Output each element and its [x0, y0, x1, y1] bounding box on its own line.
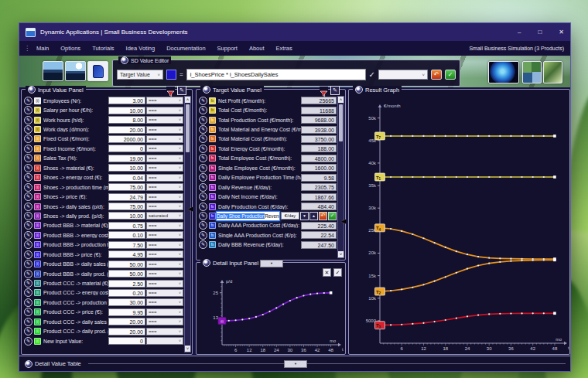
input-value-field[interactable]: 10.00: [108, 212, 145, 220]
row-edit-icon[interactable]: ✎: [24, 183, 32, 192]
input-value-field[interactable]: 75.00: [108, 183, 145, 191]
garden-thumbnail[interactable]: [543, 61, 562, 83]
input-value-field[interactable]: 0.20: [108, 289, 145, 297]
row-edit-icon[interactable]: ✎: [199, 231, 207, 240]
menu-item[interactable]: Options: [60, 45, 80, 52]
open-door-thumbnail[interactable]: [87, 61, 108, 81]
row-edit-icon[interactable]: ✎: [24, 270, 32, 278]
row-edit-icon[interactable]: ✎: [24, 203, 32, 211]
row-edit-icon[interactable]: ✎: [24, 298, 32, 307]
input-value-field[interactable]: 30.00: [108, 298, 145, 306]
input-mode-select[interactable]: ===˅: [146, 250, 183, 258]
minimize-button[interactable]: –: [518, 29, 521, 36]
row-edit-icon[interactable]: ✎: [24, 97, 32, 105]
row-edit-icon[interactable]: ✎: [24, 106, 32, 114]
input-mode-select[interactable]: ˅: [146, 337, 183, 345]
row-edit-icon[interactable]: ✎: [199, 125, 207, 134]
input-mode-select[interactable]: ===˅: [146, 164, 183, 172]
input-mode-select[interactable]: ===˅: [146, 193, 183, 201]
menu-item[interactable]: Extras: [276, 45, 292, 52]
edit-panel-icon[interactable]: ✎: [330, 86, 340, 95]
undo-button[interactable]: ↶: [319, 212, 327, 220]
row-edit-icon[interactable]: ✎: [199, 106, 207, 114]
row-edit-icon[interactable]: ✎: [24, 154, 32, 162]
input-value-field[interactable]: 20.00: [108, 318, 145, 325]
input-value-field[interactable]: 8.00: [108, 116, 145, 124]
input-mode-select[interactable]: ===˅: [146, 107, 183, 114]
scenario-thumbnail-2[interactable]: [65, 61, 86, 81]
input-value-field[interactable]: 3.00: [108, 97, 145, 104]
input-mode-select[interactable]: ===˅: [146, 280, 183, 288]
input-value-field[interactable]: 2000.00: [108, 135, 145, 143]
input-value-field[interactable]: 50.00: [108, 261, 145, 268]
row-edit-icon[interactable]: ✎: [24, 212, 32, 220]
input-mode-select[interactable]: ===˅: [146, 270, 183, 278]
move-down-button[interactable]: ▼: [300, 212, 309, 220]
undo-button[interactable]: ↶: [431, 70, 442, 80]
target-scrollbar[interactable]: ˄ ˅: [337, 96, 344, 258]
filter-icon[interactable]: [166, 87, 175, 94]
scroll-up-icon[interactable]: ˄: [185, 97, 190, 103]
row-edit-icon[interactable]: ✎: [199, 145, 207, 153]
detail-input-chart[interactable]: 1325612182430364248p/dmot(i): [197, 275, 345, 354]
input-value-field[interactable]: 7.50: [108, 241, 145, 249]
input-value-field[interactable]: 10.00: [108, 107, 145, 114]
input-mode-select[interactable]: ===˅: [146, 308, 183, 316]
input-value-field[interactable]: 10.00: [108, 164, 145, 172]
confirm-button[interactable]: ✓: [328, 212, 337, 220]
row-edit-icon[interactable]: ✎: [199, 97, 207, 105]
scroll-up-icon[interactable]: ˄: [338, 97, 344, 103]
input-mode-select[interactable]: ===˅: [146, 126, 183, 134]
row-edit-icon[interactable]: ✎: [199, 116, 207, 124]
row-edit-icon[interactable]: ✎: [24, 240, 32, 249]
scroll-down-icon[interactable]: ˅: [185, 346, 190, 352]
input-value-field[interactable]: 50.00: [108, 270, 145, 278]
input-value-field[interactable]: 9.95: [108, 308, 145, 316]
row-edit-icon[interactable]: ✎: [24, 116, 32, 124]
row-edit-icon[interactable]: ✎: [199, 173, 207, 182]
nature-collage-thumbnail[interactable]: [522, 61, 542, 83]
unit-select[interactable]: ˅: [378, 70, 428, 80]
row-edit-icon[interactable]: ✎: [199, 212, 207, 220]
menu-item[interactable]: Idea Voting: [126, 45, 156, 52]
input-mode-select[interactable]: ===˅: [146, 183, 183, 191]
row-edit-icon[interactable]: ✎: [24, 250, 32, 259]
menu-item[interactable]: Main: [36, 45, 49, 52]
menu-item[interactable]: Support: [217, 45, 238, 52]
row-edit-icon[interactable]: ✎: [199, 221, 207, 230]
row-edit-icon[interactable]: ✎: [24, 164, 32, 172]
row-edit-icon[interactable]: ✎: [24, 260, 32, 268]
row-edit-icon[interactable]: ✎: [24, 279, 32, 288]
row-edit-icon[interactable]: ✎: [24, 231, 32, 240]
filter-icon[interactable]: [320, 87, 328, 94]
input-mode-select[interactable]: ===˅: [146, 135, 183, 143]
input-mode-select[interactable]: ===˅: [146, 328, 183, 335]
value-type-select[interactable]: Target Value˅: [117, 70, 163, 80]
unit-select[interactable]: €/day: [281, 212, 299, 220]
maximize-button[interactable]: □: [538, 29, 542, 36]
apply-button[interactable]: ✓: [445, 70, 456, 80]
move-up-button[interactable]: ▲: [309, 212, 318, 220]
input-value-field[interactable]: 4.95: [108, 250, 145, 258]
title-bar[interactable]: Dynamic Applications | Small Business De…: [19, 23, 570, 41]
row-edit-icon[interactable]: ✎: [24, 308, 32, 316]
input-value-field[interactable]: 0.75: [108, 222, 145, 230]
input-value-field[interactable]: 0.10: [108, 231, 145, 239]
row-edit-icon[interactable]: ✎: [24, 288, 32, 297]
input-value-field[interactable]: 20.00: [108, 126, 145, 134]
menu-item[interactable]: About: [249, 45, 265, 52]
input-mode-select[interactable]: ===˅: [146, 174, 183, 182]
input-mode-select[interactable]: ===˅: [146, 97, 183, 104]
scroll-thumb[interactable]: [339, 104, 343, 141]
menu-item[interactable]: Tutorials: [92, 45, 114, 52]
input-scrollbar[interactable]: ˄ ˅: [184, 96, 191, 352]
input-mode-select[interactable]: ===˅: [146, 289, 183, 297]
row-edit-icon[interactable]: ✎: [199, 192, 207, 201]
row-edit-icon[interactable]: ✎: [199, 164, 207, 172]
formula-input[interactable]: i_ShoesPrice * i_ShoesDailySales: [186, 69, 366, 80]
row-edit-icon[interactable]: ✎: [24, 327, 32, 335]
edit-panel-icon[interactable]: ✎: [177, 86, 186, 95]
scenario-thumbnail-1[interactable]: [43, 61, 63, 81]
input-value-field[interactable]: 75.00: [108, 203, 145, 210]
input-value-field[interactable]: 20.00: [108, 328, 145, 335]
